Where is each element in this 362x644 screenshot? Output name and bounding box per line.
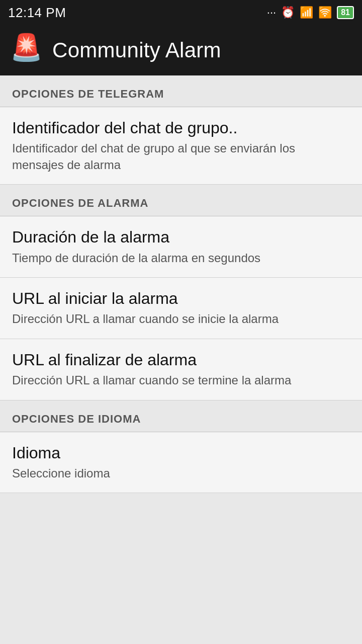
setting-item-alarm-start-url[interactable]: URL al iniciar la alarma Dirección URL a… — [0, 278, 362, 339]
signal-icon: 📶 — [300, 6, 313, 19]
setting-description-language-select: Seleccione idioma — [12, 465, 350, 481]
section-header-text-alarm: OPCIONES DE ALARMA — [12, 197, 148, 209]
setting-description-alarm-end-url: Dirección URL a llamar cuando se termine… — [12, 372, 350, 388]
setting-description-alarm-start-url: Dirección URL a llamar cuando se inicie … — [12, 311, 350, 327]
setting-item-chat-id[interactable]: Identificador del chat de grupo.. Identi… — [0, 107, 362, 185]
wifi-icon: 🛜 — [318, 6, 332, 19]
status-icons: ··· ⏰ 📶 🛜 81 — [267, 6, 354, 19]
status-bar: 12:14 PM ··· ⏰ 📶 🛜 81 — [0, 0, 362, 25]
settings-list: OPCIONES DE TELEGRAM Identificador del c… — [0, 75, 362, 493]
status-time: 12:14 PM — [8, 5, 66, 21]
alarm-icon: ⏰ — [281, 6, 295, 19]
setting-title-alarm-end-url: URL al finalizar de alarma — [12, 350, 350, 369]
setting-description-alarm-duration: Tiempo de duración de la alarma en segun… — [12, 250, 350, 266]
app-title: Community Alarm — [52, 38, 221, 62]
section-header-text-language: OPCIONES DE IDIOMA — [12, 413, 141, 425]
app-bar: 🚨 Community Alarm — [0, 25, 362, 75]
app-icon: 🚨 — [10, 34, 42, 66]
setting-title-alarm-start-url: URL al iniciar la alarma — [12, 289, 350, 308]
section-header-text-telegram: OPCIONES DE TELEGRAM — [12, 88, 164, 100]
battery-icon: 81 — [337, 6, 354, 19]
setting-item-alarm-end-url[interactable]: URL al finalizar de alarma Dirección URL… — [0, 339, 362, 400]
more-icon: ··· — [267, 6, 276, 19]
setting-title-language-select: Idioma — [12, 443, 350, 462]
section-header-telegram: OPCIONES DE TELEGRAM — [0, 75, 362, 107]
setting-title-chat-id: Identificador del chat de grupo.. — [12, 118, 350, 137]
setting-item-alarm-duration[interactable]: Duración de la alarma Tiempo de duración… — [0, 216, 362, 278]
setting-title-alarm-duration: Duración de la alarma — [12, 227, 350, 247]
setting-item-language-select[interactable]: Idioma Seleccione idioma — [0, 432, 362, 494]
section-header-language: OPCIONES DE IDIOMA — [0, 400, 362, 432]
setting-description-chat-id: Identificador del chat de grupo al que s… — [12, 140, 350, 173]
section-header-alarm: OPCIONES DE ALARMA — [0, 185, 362, 216]
